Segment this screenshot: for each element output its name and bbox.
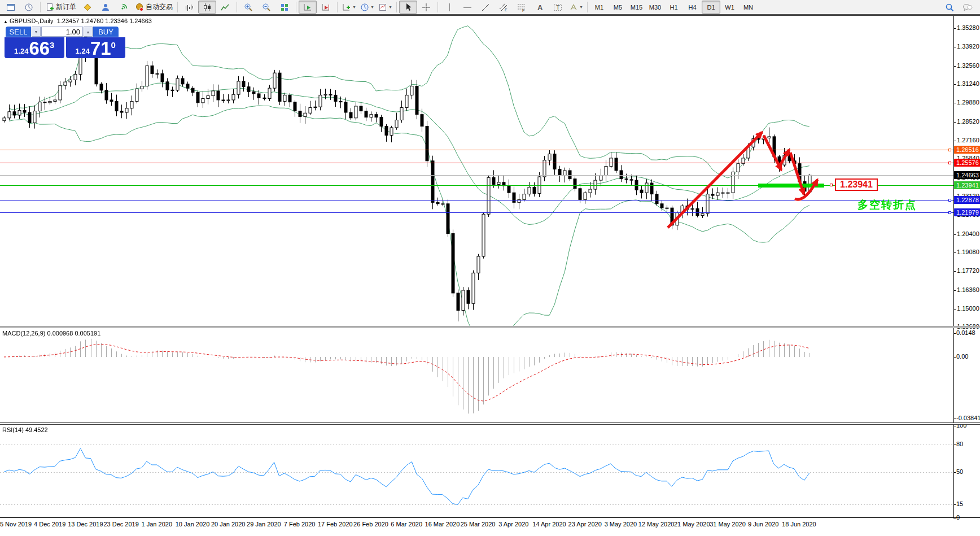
annotation-anchor-marker[interactable]: [830, 184, 833, 186]
price-tick-mark: [953, 28, 956, 29]
autotrading-label: 自动交易: [146, 2, 173, 12]
date-label: 1 Jan 2020: [142, 521, 172, 528]
date-label: 13 Dec 2019: [68, 521, 103, 528]
sell-price-display[interactable]: 1.24663: [5, 37, 64, 58]
arrows-button[interactable]: ▾: [567, 1, 585, 14]
date-label: 26 Feb 2020: [353, 521, 388, 528]
price-tick-mark: [953, 290, 956, 291]
toolbar-separator: [40, 2, 41, 12]
fibonacci-button[interactable]: F: [513, 1, 531, 14]
price-tick-label: 1.15000: [957, 305, 980, 312]
date-label: 18 Jun 2020: [782, 521, 816, 528]
one-click-trading-panel: SELL ▼ ▲ BUY 1.24663 1.24710: [5, 27, 125, 58]
volume-increase-button[interactable]: ▲: [84, 27, 93, 37]
horizontal-line-1.26516[interactable]: [0, 150, 953, 150]
auto-scroll-icon: [303, 3, 312, 12]
templates-button[interactable]: ▾: [376, 1, 394, 14]
timeframe-m1[interactable]: M1: [590, 1, 609, 14]
line-end-marker[interactable]: [948, 211, 951, 214]
candlestick-icon: [203, 3, 212, 12]
toolbar-separator: [587, 2, 588, 12]
timeframe-m30[interactable]: M30: [646, 1, 664, 14]
vertical-line-button[interactable]: [440, 1, 458, 14]
line-chart-button[interactable]: [216, 1, 234, 14]
candlestick-chart-button[interactable]: [198, 1, 216, 14]
macd-pane-canvas[interactable]: [0, 328, 953, 422]
chat-button[interactable]: [959, 1, 977, 14]
time-axis[interactable]: 25 Nov 20194 Dec 201913 Dec 201923 Dec 2…: [0, 518, 980, 536]
price-tick-label: 1.17720: [957, 267, 980, 274]
date-label: 25 Mar 2020: [461, 521, 496, 528]
cursor-button[interactable]: [399, 1, 417, 14]
indicators-button[interactable]: ▾: [340, 1, 358, 14]
timeframe-m15[interactable]: M15: [627, 1, 646, 14]
date-label: 31 May 2020: [710, 521, 746, 528]
buy-button[interactable]: BUY: [93, 27, 119, 37]
horizontal-line-1.25576[interactable]: [0, 163, 953, 163]
main-chart-canvas[interactable]: [0, 16, 953, 326]
bar-chart-button[interactable]: [180, 1, 198, 14]
horizontal-line-1.24663[interactable]: [0, 175, 953, 176]
new-order-label: 新订单: [56, 2, 76, 12]
equidistant-channel-button[interactable]: E: [495, 1, 513, 14]
tile-windows-button[interactable]: [275, 1, 294, 14]
line-end-marker[interactable]: [948, 149, 951, 151]
line-end-marker[interactable]: [948, 162, 951, 164]
signals-button[interactable]: [115, 1, 133, 14]
trendline-icon: [481, 3, 490, 12]
trendline-button[interactable]: [476, 1, 495, 14]
new-order-button[interactable]: 新订单: [43, 1, 78, 14]
pane-separator[interactable]: [0, 422, 980, 425]
timeframe-toolbar: M1M5M15M30H1H4D1W1MN: [590, 1, 758, 14]
timeframe-d1[interactable]: D1: [702, 1, 720, 14]
chart-shift-button[interactable]: [317, 1, 335, 14]
volume-decrease-button[interactable]: ▼: [32, 27, 41, 37]
text-button[interactable]: A: [531, 1, 549, 14]
horizontal-line-button[interactable]: [458, 1, 476, 14]
chevron-down-icon: ▾: [389, 5, 391, 10]
timeframe-mn[interactable]: MN: [739, 1, 758, 14]
crosshair-button[interactable]: [417, 1, 435, 14]
buy-price-display[interactable]: 1.24710: [66, 37, 126, 58]
templates-icon: [378, 3, 387, 12]
turning-point-note[interactable]: 多空转折点: [759, 198, 917, 212]
zoom-in-button[interactable]: [239, 1, 257, 14]
date-label: 6 Mar 2020: [391, 521, 422, 528]
timeframe-h4[interactable]: H4: [683, 1, 702, 14]
collapse-arrow-icon[interactable]: ▲: [3, 19, 8, 24]
toolbar-separator: [296, 2, 296, 12]
price-badge-1.22878: 1.22878: [954, 196, 980, 204]
text-label-button[interactable]: T: [549, 1, 567, 14]
auto-scroll-button[interactable]: [299, 1, 317, 14]
vertical-line-icon: [445, 3, 454, 12]
autotrading-button[interactable]: 自动交易: [133, 1, 175, 14]
cursor-icon: [404, 3, 413, 12]
support-zone-bar[interactable]: [758, 184, 824, 188]
terminal-window-button[interactable]: [2, 1, 20, 14]
price-tick-label: 1.28520: [957, 118, 980, 125]
signals-icon: [119, 3, 128, 12]
price-tick-label: 1.33920: [957, 43, 980, 50]
axis-tick-mark: [953, 472, 956, 473]
date-label: 20 Jan 2020: [211, 521, 246, 528]
timeframe-m5[interactable]: M5: [609, 1, 627, 14]
price-annotation-label[interactable]: 1.23941: [835, 178, 878, 191]
svg-text:E: E: [505, 8, 508, 12]
rsi-pane-canvas[interactable]: [0, 425, 953, 517]
pane-separator[interactable]: [0, 326, 980, 328]
horizontal-line-1.21979[interactable]: [0, 212, 953, 213]
line-end-marker[interactable]: [948, 199, 951, 202]
sell-button[interactable]: SELL: [6, 27, 31, 37]
strategy-tester-button[interactable]: [20, 1, 38, 14]
community-button[interactable]: [97, 1, 115, 14]
search-button[interactable]: [940, 1, 959, 14]
date-label: 14 Apr 2020: [532, 521, 566, 528]
volume-input[interactable]: [41, 27, 83, 37]
price-tick-label: 1.20400: [957, 230, 980, 237]
timeframe-h1[interactable]: H1: [664, 1, 683, 14]
zoom-out-button[interactable]: [257, 1, 275, 14]
metaeditor-button[interactable]: [78, 1, 97, 14]
periods-button[interactable]: ▾: [358, 1, 376, 14]
timeframe-w1[interactable]: W1: [720, 1, 739, 14]
chevron-down-icon: ▾: [371, 5, 373, 10]
